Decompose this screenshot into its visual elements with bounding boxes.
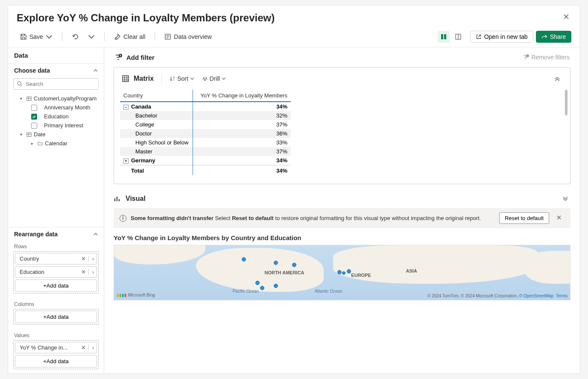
- field-chip-country[interactable]: Country ✕ ›: [15, 253, 97, 264]
- map-label-atlantic: Atlantic Ocean: [315, 289, 342, 294]
- undo-dropdown[interactable]: [85, 32, 98, 42]
- choose-data-header[interactable]: Choose data: [8, 63, 104, 76]
- checkbox-unchecked[interactable]: [31, 123, 37, 129]
- layout-side-icon: [455, 33, 462, 40]
- banner-text: Some formatting didn't transfer Select R…: [131, 215, 495, 221]
- bing-attribution: ▮▮▮▮ Microsoft Bing: [117, 293, 155, 297]
- expander-icon[interactable]: −: [123, 105, 129, 110]
- clear-all-label: Clear all: [123, 33, 145, 40]
- checkbox-checked[interactable]: [31, 114, 37, 120]
- rearrange-header[interactable]: Rearrange data: [8, 227, 104, 240]
- collapse-down-button[interactable]: [560, 194, 570, 204]
- remove-icon[interactable]: ✕: [79, 344, 88, 351]
- chevron-down-icon: [222, 76, 226, 81]
- table-row[interactable]: College37%: [120, 120, 291, 129]
- choose-data-label: Choose data: [14, 67, 50, 74]
- data-overview-label: Data overview: [174, 33, 212, 40]
- remove-icon[interactable]: ✕: [79, 256, 88, 262]
- sort-button[interactable]: Sort: [167, 73, 197, 84]
- collapse-up-button[interactable]: [552, 73, 562, 84]
- open-new-tab-button[interactable]: Open in new tab: [470, 31, 533, 43]
- tree-field-primary-interest[interactable]: Primary Interest: [11, 121, 101, 130]
- add-filter-button[interactable]: Add filter: [114, 53, 155, 61]
- table-row[interactable]: Master37%: [120, 147, 291, 156]
- drill-label: Drill: [210, 75, 220, 82]
- chevron-right-icon[interactable]: ›: [88, 344, 94, 351]
- add-data-values-button[interactable]: +Add data: [15, 355, 97, 367]
- tree-label: Primary Interest: [44, 122, 83, 129]
- share-button[interactable]: Share: [536, 31, 571, 43]
- close-banner-icon[interactable]: [553, 214, 565, 223]
- checkbox-unchecked[interactable]: [31, 105, 37, 111]
- tree-field-education[interactable]: Education: [11, 112, 101, 121]
- info-icon: i: [120, 215, 126, 222]
- close-icon[interactable]: [561, 12, 571, 24]
- eraser-icon: [114, 33, 121, 40]
- clear-all-button[interactable]: Clear all: [111, 32, 149, 42]
- expander-icon[interactable]: +: [123, 159, 129, 164]
- field-chip-yoy[interactable]: YoY % Change in... ✕ ›: [15, 342, 97, 353]
- terms-link[interactable]: Terms: [556, 294, 568, 298]
- chevron-right-icon[interactable]: ›: [88, 256, 94, 262]
- matrix-card: Matrix Sort Drill: [114, 67, 570, 184]
- remove-icon[interactable]: ✕: [79, 269, 88, 275]
- map-attribution: © 2024 TomTom, © 2024 Microsoft Corporat…: [427, 294, 568, 298]
- svg-rect-6: [27, 132, 32, 136]
- table-row[interactable]: Doctor36%: [120, 129, 291, 138]
- double-chevron-up-icon: [554, 76, 560, 82]
- add-data-columns-button[interactable]: +Add data: [15, 311, 97, 323]
- search-input[interactable]: [13, 78, 99, 90]
- tree-table-customerloyalty[interactable]: ▾ CustomerLoyaltyProgram: [11, 94, 101, 103]
- tree-folder-calendar[interactable]: ▸ Calendar: [11, 139, 101, 148]
- tree-label: Date: [34, 131, 45, 138]
- table-row[interactable]: −Canada34%: [120, 102, 291, 111]
- table-row[interactable]: +Germany34%: [120, 156, 291, 165]
- table-row[interactable]: High School or Below33%: [120, 138, 291, 147]
- undo-button[interactable]: [68, 32, 82, 42]
- data-pane-header: Data: [8, 47, 104, 63]
- columns-well[interactable]: +Add data: [13, 309, 99, 325]
- remove-filters-button: Remove filters: [522, 54, 570, 61]
- field-chip-education[interactable]: Education ✕ ›: [15, 266, 97, 278]
- external-link-icon: [476, 34, 482, 40]
- remove-filters-label: Remove filters: [532, 54, 570, 61]
- values-well[interactable]: YoY % Change in... ✕ › +Add data: [13, 340, 99, 369]
- osm-link[interactable]: © OpenStreetMap: [519, 294, 554, 298]
- toolbar: Save Clear all Data overview Open in: [8, 28, 580, 47]
- chevron-right-icon[interactable]: ›: [88, 269, 94, 275]
- add-data-rows-button[interactable]: +Add data: [15, 279, 97, 292]
- reset-to-default-button[interactable]: Reset to default: [499, 212, 549, 224]
- save-button[interactable]: Save: [17, 32, 56, 42]
- table-row[interactable]: Bachelor32%: [120, 111, 291, 120]
- columns-label: Columns: [8, 298, 104, 309]
- tree-field-anniversary[interactable]: Anniversary Month: [11, 103, 101, 112]
- sort-label: Sort: [177, 75, 188, 82]
- divider: [62, 32, 62, 41]
- layout-side-button[interactable]: [452, 31, 464, 43]
- visual-section: Visual i Some formatting didn't transfer…: [114, 191, 570, 300]
- layout-split-icon: [440, 33, 447, 40]
- filter-icon: [114, 53, 122, 61]
- drill-button[interactable]: Drill: [199, 73, 228, 84]
- scrollbar[interactable]: [565, 90, 568, 115]
- data-overview-button[interactable]: Data overview: [161, 32, 215, 42]
- search-icon: [17, 81, 23, 87]
- share-label: Share: [550, 33, 566, 40]
- save-label: Save: [29, 33, 43, 40]
- map-visual[interactable]: NORTH AMERICA EUROPE ASIA Pacific Ocean …: [114, 245, 570, 300]
- formatting-warning-banner: i Some formatting didn't transfer Select…: [114, 208, 570, 228]
- main-pane: Add filter Remove filters Matrix: [104, 47, 580, 373]
- layout-split-button[interactable]: [438, 31, 450, 43]
- tree-table-date[interactable]: ▾ Date: [11, 130, 101, 139]
- col-header-yoy[interactable]: YoY % Change in Loyalty Members: [193, 90, 291, 102]
- col-header-country[interactable]: Country: [120, 90, 193, 102]
- data-overview-icon: [164, 33, 171, 40]
- map-label-na: NORTH AMERICA: [264, 270, 304, 275]
- add-filter-label: Add filter: [126, 54, 155, 61]
- double-chevron-down-icon: [562, 196, 568, 202]
- undo-icon: [72, 33, 79, 40]
- rows-well[interactable]: Country ✕ › Education ✕ › +Add data: [13, 251, 99, 294]
- chevron-down-icon: [88, 33, 95, 40]
- matrix-title: Matrix: [134, 75, 154, 82]
- filter-remove-icon: [522, 54, 529, 61]
